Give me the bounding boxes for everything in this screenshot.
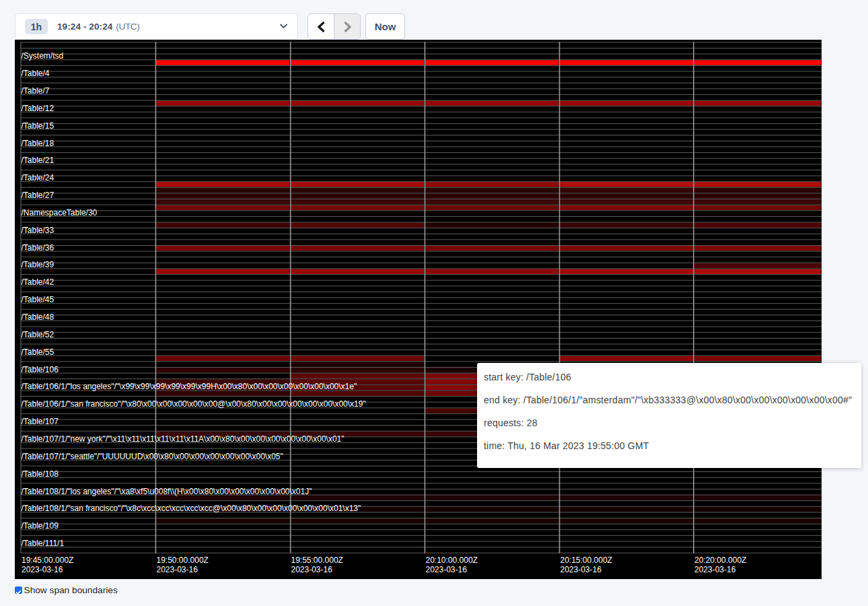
svg-text:/Table/52: /Table/52 bbox=[22, 330, 55, 339]
svg-text:/Table/109: /Table/109 bbox=[22, 521, 59, 531]
svg-text:/Table/106/1/"san francisco"/": /Table/106/1/"san francisco"/"\x80\x00\x… bbox=[22, 399, 366, 409]
svg-text:/Table/39: /Table/39 bbox=[22, 260, 55, 269]
svg-text:/Table/7: /Table/7 bbox=[22, 86, 50, 96]
svg-text:20:20:00.000Z: 20:20:00.000Z bbox=[694, 556, 746, 565]
svg-text:/Table/45: /Table/45 bbox=[22, 295, 55, 304]
svg-text:/Table/36: /Table/36 bbox=[22, 243, 55, 252]
svg-text:19:55:00.000Z: 19:55:00.000Z bbox=[291, 556, 343, 565]
svg-text:/Table/42: /Table/42 bbox=[22, 277, 55, 287]
svg-text:2023-03-16: 2023-03-16 bbox=[22, 565, 63, 574]
svg-text:/Table/111/1: /Table/111/1 bbox=[22, 539, 65, 548]
svg-text:2023-03-16: 2023-03-16 bbox=[560, 565, 602, 574]
svg-text:/Table/108/1/"los angeles"/"\x: /Table/108/1/"los angeles"/"\xa8\xf5\u00… bbox=[22, 487, 312, 496]
svg-text:2023-03-16: 2023-03-16 bbox=[291, 565, 333, 574]
svg-text:/Table/55: /Table/55 bbox=[22, 347, 55, 357]
svg-text:19:45:00.000Z: 19:45:00.000Z bbox=[22, 556, 73, 565]
svg-text:/Table/107/1/"new york"/"\x11\: /Table/107/1/"new york"/"\x11\x11\x11\x1… bbox=[22, 434, 345, 444]
svg-text:20:10:00.000Z: 20:10:00.000Z bbox=[426, 556, 478, 565]
svg-text:/Table/12: /Table/12 bbox=[22, 104, 55, 113]
svg-text:/Table/24: /Table/24 bbox=[22, 173, 55, 182]
svg-text:/Table/33: /Table/33 bbox=[22, 226, 55, 235]
svg-text:/System/tsd: /System/tsd bbox=[22, 51, 64, 61]
svg-text:20:15:00.000Z: 20:15:00.000Z bbox=[560, 556, 612, 565]
svg-text:/Table/106: /Table/106 bbox=[22, 365, 59, 374]
svg-text:/Table/108: /Table/108 bbox=[22, 469, 59, 479]
svg-text:/Table/15: /Table/15 bbox=[22, 121, 55, 131]
svg-text:/Table/107/1/"seattle"/"UUUUUU: /Table/107/1/"seattle"/"UUUUUUD\x00\x80\… bbox=[22, 452, 283, 461]
svg-text:/Table/107: /Table/107 bbox=[22, 417, 59, 426]
svg-text:/Table/27: /Table/27 bbox=[22, 191, 55, 200]
svg-text:/NamespaceTable/30: /NamespaceTable/30 bbox=[22, 208, 98, 217]
svg-text:/Table/18: /Table/18 bbox=[22, 139, 55, 148]
svg-text:2023-03-16: 2023-03-16 bbox=[694, 565, 736, 574]
svg-text:/Table/21: /Table/21 bbox=[22, 156, 55, 165]
svg-text:/Table/108/1/"san francisco"/": /Table/108/1/"san francisco"/"\x8c\xcc\x… bbox=[22, 504, 361, 513]
svg-text:2023-03-16: 2023-03-16 bbox=[157, 565, 198, 574]
svg-text:2023-03-16: 2023-03-16 bbox=[426, 565, 468, 574]
svg-text:19:50:00.000Z: 19:50:00.000Z bbox=[157, 556, 209, 565]
svg-text:/Table/48: /Table/48 bbox=[22, 312, 55, 322]
svg-text:/Table/106/1/"los angeles"/"\x: /Table/106/1/"los angeles"/"\x99\x99\x99… bbox=[22, 382, 357, 391]
svg-text:/Table/4: /Table/4 bbox=[22, 69, 50, 78]
